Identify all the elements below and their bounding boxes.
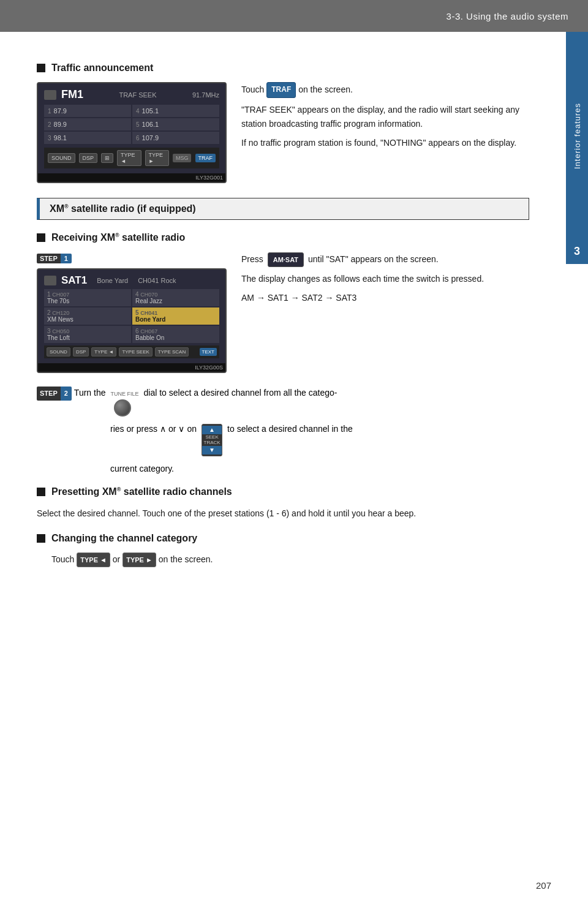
step-num-1: 1 — [61, 254, 72, 263]
bullet-square-4 — [37, 534, 45, 543]
seek-track-btn: ▲ SEEKTRACK ▼ — [202, 424, 222, 456]
preset-3: 3 98.1 — [44, 132, 131, 144]
changing-heading: Changing the channel category — [37, 533, 529, 544]
step2-row: STEP 2 Turn the TUNE FILE dial to select… — [37, 385, 529, 417]
traffic-screen-col: FM1 TRAF SEEK 91.7MHz 1 87.9 4 105.1 — [37, 82, 227, 183]
step-label-2: STEP — [37, 387, 61, 401]
step-num-2: 2 — [61, 387, 72, 401]
sat-preset-2: 2 CH120XM News — [44, 307, 131, 325]
sat1-label: SAT1 — [61, 274, 87, 287]
preset-5: 5 106.1 — [132, 118, 219, 130]
traffic-para1: "TRAF SEEK" appears on the display, and … — [241, 103, 529, 131]
radio-freq: 91.7MHz — [192, 91, 219, 99]
sound-btn: SOUND — [48, 153, 75, 163]
traffic-heading-text: Traffic announcement — [51, 62, 153, 74]
sidebar-tab: Interior features — [566, 32, 588, 240]
chapter-number: 3 — [566, 239, 588, 264]
traffic-touch-instruction: Touch TRAF on the screen. — [241, 82, 529, 98]
traffic-section: FM1 TRAF SEEK 91.7MHz 1 87.9 4 105.1 — [37, 82, 529, 183]
seek-label: SEEKTRACK — [202, 434, 222, 446]
presetting-heading-text: Presetting XM® satellite radio channels — [51, 486, 232, 497]
sat-preset-grid: 1 CH007The 70s 4 CH070Real Jazz 2 CH120X… — [44, 289, 219, 343]
display-changes-text: The display changes as follows each time… — [241, 272, 529, 286]
step-label-1: STEP — [37, 254, 61, 263]
sat-preset-5: 5 CH041Bone Yard — [132, 307, 219, 325]
presetting-heading: Presetting XM® satellite radio channels — [37, 486, 529, 497]
seek-up-arrow: ▲ — [202, 426, 222, 434]
type-right-inline-btn: TYPE ► — [123, 553, 156, 567]
sat-scan-btn: TYPE SCAN — [155, 347, 189, 356]
sat-channel-name: Bone Yard — [97, 277, 128, 284]
sat-sound-btn: SOUND — [47, 347, 70, 356]
tune-dial — [114, 399, 131, 417]
sat-type-seek-btn: TYPE SEEK — [119, 347, 152, 356]
step-badge-1: STEP 1 — [37, 254, 72, 263]
receiving-heading-text: Receiving XM® satellite radio — [51, 232, 185, 243]
preset-1: 1 87.9 — [44, 105, 131, 117]
receiving-section: STEP 1 SAT1 Bone Yard CH041 Rock 1 CH0 — [37, 252, 529, 373]
sat-wave-icon — [44, 276, 56, 285]
traf-inline-btn: TRAF — [266, 82, 296, 98]
type-right-btn: TYPE ► — [145, 150, 169, 166]
sat-ch-info: CH041 Rock — [138, 277, 176, 284]
radio-screen-fm1: FM1 TRAF SEEK 91.7MHz 1 87.9 4 105.1 — [37, 82, 227, 183]
image-label-2: ILY32G00S — [38, 363, 225, 372]
changing-text: Touch TYPE ◄ or TYPE ► on the screen. — [51, 553, 529, 567]
radio-preset-grid: 1 87.9 4 105.1 2 89.9 5 — [44, 105, 219, 144]
tune-file-label: TUNE FILE — [110, 389, 138, 399]
traf-btn: TRAF — [195, 154, 216, 162]
am-sequence-text: AM → SAT1 → SAT2 → SAT3 — [241, 291, 529, 305]
sat-preset-1: 1 CH007The 70s — [44, 289, 131, 306]
msg-btn: MSG — [173, 154, 192, 162]
preset-2: 2 89.9 — [44, 118, 131, 130]
type-left-btn: TYPE ◄ — [117, 150, 141, 166]
image-label-1: ILY32G001 — [38, 173, 225, 182]
sat-preset-6: 6 CH067Babble On — [132, 326, 219, 343]
main-content: Traffic announcement FM1 TRAF SEEK 91.7M… — [0, 32, 566, 602]
preset-6: 6 107.9 — [132, 132, 219, 144]
sat-preset-4: 4 CH070Real Jazz — [132, 289, 219, 306]
sat-description-col: Press AM·SAT until "SAT" appears on the … — [241, 252, 529, 311]
sat-preset-3: 3 CH050The Loft — [44, 326, 131, 343]
step2-row-3: current category. — [110, 461, 529, 477]
press-instruction: Press AM·SAT until "SAT" appears on the … — [241, 252, 529, 267]
tune-dial-container: TUNE FILE — [110, 389, 138, 417]
sat-screen-col: STEP 1 SAT1 Bone Yard CH041 Rock 1 CH0 — [37, 252, 227, 373]
radio-fm1-label: FM1 — [61, 88, 83, 101]
bullet-square-3 — [37, 488, 45, 496]
sat-screen: SAT1 Bone Yard CH041 Rock 1 CH007The 70s… — [37, 268, 227, 373]
seek-down-arrow: ▼ — [202, 446, 222, 455]
header-title: 3-3. Using the audio system — [447, 11, 568, 21]
xm-section-title: XM® satellite radio (if equipped) — [50, 203, 196, 214]
changing-heading-text: Changing the channel category — [51, 533, 197, 544]
type-left-inline-btn: TYPE ◄ — [77, 553, 110, 567]
sat-type-left-btn: TYPE ◄ — [91, 347, 116, 356]
sat-text-btn: TEXT — [200, 348, 217, 356]
radio-tags: TRAF SEEK — [119, 91, 156, 99]
traffic-para2: If no traffic program station is found, … — [241, 136, 529, 150]
presetting-text: Select the desired channel. Touch one of… — [37, 507, 529, 521]
sat-dsp-btn: DSP — [73, 347, 89, 356]
receiving-heading: Receiving XM® satellite radio — [37, 232, 529, 243]
preset-4: 4 105.1 — [132, 105, 219, 117]
bullet-square-2 — [37, 233, 45, 242]
list-btn: ⊞ — [101, 153, 113, 163]
traffic-heading: Traffic announcement — [37, 62, 529, 74]
bullet-square — [37, 64, 45, 72]
xm-section-box: XM® satellite radio (if equipped) — [37, 198, 529, 220]
header-bar: 3-3. Using the audio system — [0, 0, 588, 32]
traffic-description-col: Touch TRAF on the screen. "TRAF SEEK" ap… — [241, 82, 529, 155]
step-badge-2: STEP 2 — [37, 387, 72, 401]
presetting-section: Select the desired channel. Touch one of… — [37, 507, 529, 521]
page-number: 207 — [536, 880, 551, 891]
dsp-btn: DSP — [79, 153, 98, 163]
radio-wave-icon — [44, 90, 56, 100]
amsat-inline-btn: AM·SAT — [268, 252, 304, 267]
changing-section: Touch TYPE ◄ or TYPE ► on the screen. — [51, 553, 529, 567]
step2-row-2: ries or press ∧ or ∨ on ▲ SEEKTRACK ▼ to… — [110, 421, 529, 456]
